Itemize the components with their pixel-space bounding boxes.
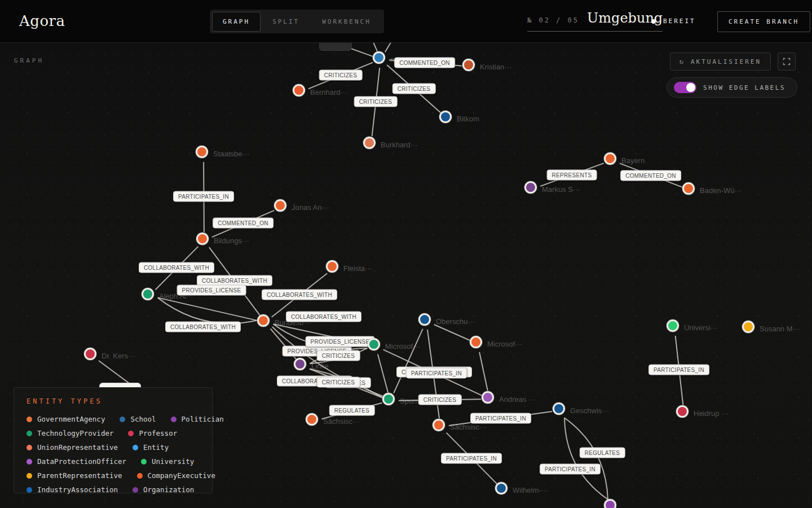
legend-item: Politician [171,415,224,423]
graph-node[interactable] [553,402,565,415]
legend-item-label: University [152,457,194,466]
node-label: Microsof··· [487,340,522,348]
create-branch-button[interactable]: CREATE BRANCH [717,11,810,32]
graph-node[interactable] [439,111,452,123]
legend-item-label: TechnologyProvider [37,429,113,437]
legend-item: ParentRepresentative [27,471,122,480]
edge-label: COMMENTED_ON [394,58,455,68]
graph-node[interactable] [482,391,494,404]
edge-label: REGULATES [329,405,375,416]
node-label: Bitkom [457,115,479,123]
graph-node[interactable] [470,336,482,348]
graph-node[interactable] [306,413,318,426]
status-indicator: BEREIT [651,17,696,25]
legend-row: ParentRepresentativeCompanyExecutive [27,468,200,483]
graph-node[interactable] [524,181,537,194]
graph-node[interactable] [604,152,616,165]
legend-item: University [141,457,194,466]
edge-label: COMMENTED_ON [213,218,273,229]
edge-label: PROVIDES_LICENSE [177,285,246,296]
legend-dot-icon [141,459,147,465]
graph-node[interactable] [142,288,154,300]
edge-label: PARTICIPATES_IN [173,191,234,202]
graph-node[interactable] [495,482,508,494]
node-label: Sächsisc··· [450,423,487,431]
legend-dot-icon [27,459,32,465]
node-label: Bayern [621,156,645,165]
graph-node[interactable] [363,137,376,149]
legend-item: Professor [128,429,177,437]
node-label: Burkhard··· [381,141,418,149]
legend-item: TechnologyProvider [27,429,113,437]
graph-node[interactable] [196,146,208,158]
graph-node[interactable] [742,321,754,333]
edge-label: CRITICIZES [418,395,462,405]
canvas-view-label: GRAPH [14,57,44,64]
node-label: Wilhelm-··· [513,486,549,494]
graph-node[interactable] [84,348,96,360]
graph-node[interactable] [433,419,445,431]
graph-node[interactable] [373,51,385,64]
node-label: Bernhard··· [310,88,347,97]
entity-types-legend: ENTITY TYPES GovernmentAgencySchoolPolit… [14,387,213,493]
legend-item-label: Professor [139,429,177,437]
view-tabstrip: GRAPH SPLIT WORKBENCH [210,10,384,33]
graph-node[interactable] [682,182,695,195]
graph-node[interactable] [274,199,286,212]
node-label: Microsof··· [385,342,420,351]
refresh-icon: ↻ [679,58,685,65]
fullscreen-icon [783,58,791,65]
legend-dot-icon [27,445,32,450]
edge-label: PARTICIPATES_IN [470,413,531,424]
legend-row: DataProtectionOfficerUniversity [27,454,200,468]
graph-node[interactable] [418,313,431,326]
canvas-controls: ↻ AKTUALISIEREN [670,52,796,71]
tab-split[interactable]: SPLIT [262,12,310,32]
graph-node[interactable] [368,338,380,351]
legend-row: TechnologyProviderProfessor [27,426,200,440]
graph-node[interactable] [667,319,679,332]
legend-item-label: Entity [143,443,169,452]
legend-item: GovernmentAgency [27,415,105,423]
refresh-label: AKTUALISIEREN [691,58,761,65]
graph-node[interactable] [676,405,689,418]
graph-edge [158,297,257,320]
graph-node[interactable] [462,59,475,71]
app-header: Agora GRAPH SPLIT WORKBENCH № 02 / 05 Um… [0,0,812,43]
node-label: Fleista··· [343,264,372,273]
edge-label: CRITICIZES [319,70,363,81]
node-label: Jonas An··· [292,203,329,212]
graph-node[interactable] [196,233,209,245]
edge-label: REGULATES [580,448,625,458]
legend-row: IndustryAssociationOrganization [27,483,200,497]
legend-dot-icon [171,417,176,422]
graph-node[interactable] [604,499,616,508]
environment-indicator: № 02 / 05 Umgebung [527,10,663,32]
graph-edge [378,354,388,392]
tab-graph[interactable]: GRAPH [212,12,261,32]
environment-number: № 02 / 05 [527,16,579,24]
graph-node[interactable] [293,84,305,97]
legend-item-label: School [130,415,156,423]
legend-item: School [120,415,156,423]
graph-edge [394,329,423,393]
status-dot-icon [651,19,656,24]
graph-node[interactable] [257,314,270,327]
graph-node[interactable] [294,358,306,370]
graph-edge [564,418,608,500]
graph-canvas[interactable]: GRAPH ↻ AKTUALISIEREN SHOW EDGE LABELS m… [0,43,812,508]
tab-workbench[interactable]: WORKBENCH [311,12,382,32]
edge-label: PARTICIPATES_IN [648,365,709,375]
graph-node[interactable] [382,393,395,405]
node-label: Heidrup ··· [694,409,729,418]
legend-dot-icon [128,431,134,436]
toggle-knob [686,83,695,92]
fullscreen-button[interactable] [778,52,796,71]
toggle-switch[interactable] [674,82,696,93]
graph-edge [564,418,608,500]
graph-node[interactable] [326,260,338,273]
node-label: Geschwis··· [570,406,609,415]
legend-dot-icon [27,487,32,493]
refresh-button[interactable]: ↻ AKTUALISIEREN [670,52,771,71]
edge-labels-toggle[interactable]: SHOW EDGE LABELS [667,77,797,98]
